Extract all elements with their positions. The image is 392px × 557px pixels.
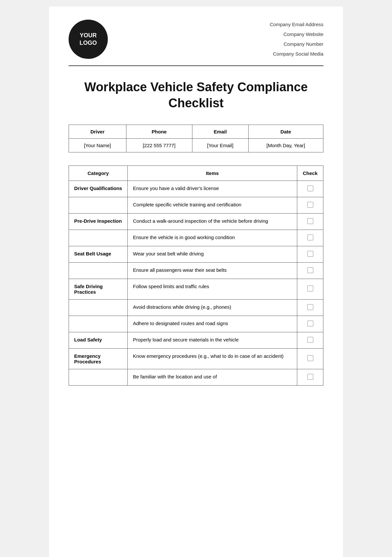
checklist-row: Pre-Drive InspectionConduct a walk-aroun… — [69, 213, 323, 230]
checklist-row: Complete specific vehicle training and c… — [69, 197, 323, 213]
checklist-col-header: Items — [128, 165, 297, 181]
category-cell: Driver Qualifications — [69, 181, 128, 197]
category-cell — [69, 230, 128, 246]
company-info-line: Company Website — [270, 29, 323, 39]
checklist-header-row: CategoryItemsCheck — [69, 165, 323, 181]
checklist-row: Be familiar with the location and use of — [69, 369, 323, 385]
logo-line1: YOUR — [80, 32, 97, 39]
checklist-item: Ensure all passengers wear their seat be… — [128, 262, 297, 279]
checklist-row: Load SafetyProperly load and secure mate… — [69, 332, 323, 348]
company-info-line: Company Social Media — [270, 49, 323, 59]
checklist-item: Be familiar with the location and use of — [128, 369, 297, 385]
logo-line2: LOGO — [80, 39, 97, 47]
info-table-header: Email — [192, 125, 248, 138]
info-table-header: Driver — [69, 125, 126, 138]
checkbox-icon[interactable] — [307, 286, 313, 291]
document-title: Workplace Vehicle Safety Compliance Chec… — [69, 79, 323, 112]
check-cell — [297, 213, 323, 230]
checklist-row: Avoid distractions while driving (e.g., … — [69, 299, 323, 316]
category-cell: Safe Driving Practices — [69, 279, 128, 299]
checkbox-icon[interactable] — [307, 304, 313, 310]
checklist-row: Driver QualificationsEnsure you have a v… — [69, 181, 323, 197]
checklist-col-header: Category — [69, 165, 128, 181]
category-cell — [69, 369, 128, 385]
page: YOUR LOGO Company Email AddressCompany W… — [49, 7, 343, 557]
checklist-item: Avoid distractions while driving (e.g., … — [128, 299, 297, 316]
category-cell — [69, 299, 128, 316]
info-table-row: [Your Name][222 555 7777][Your Email][Mo… — [69, 138, 323, 152]
check-cell — [297, 230, 323, 246]
header: YOUR LOGO Company Email AddressCompany W… — [69, 20, 323, 59]
check-cell — [297, 246, 323, 262]
checklist-row: Seat Belt UsageWear your seat belt while… — [69, 246, 323, 262]
checkbox-icon[interactable] — [307, 355, 313, 361]
check-cell — [297, 369, 323, 385]
category-cell — [69, 197, 128, 213]
checkbox-icon[interactable] — [307, 267, 313, 273]
checklist-table: CategoryItemsCheck Driver Qualifications… — [69, 165, 323, 386]
info-table-cell: [Month Day, Year] — [248, 138, 323, 152]
checklist-row: Ensure the vehicle is in good working co… — [69, 230, 323, 246]
header-divider — [69, 65, 323, 66]
checklist-item: Wear your seat belt while driving — [128, 246, 297, 262]
info-table-header: Phone — [126, 125, 192, 138]
checklist-row: Emergency ProceduresKnow emergency proce… — [69, 348, 323, 369]
company-info-line: Company Email Address — [270, 20, 323, 29]
category-cell: Load Safety — [69, 332, 128, 348]
check-cell — [297, 181, 323, 197]
check-cell — [297, 332, 323, 348]
check-cell — [297, 316, 323, 332]
checklist-body: Driver QualificationsEnsure you have a v… — [69, 181, 323, 385]
checklist-item: Conduct a walk-around inspection of the … — [128, 213, 297, 230]
checkbox-icon[interactable] — [307, 337, 313, 343]
check-cell — [297, 197, 323, 213]
checklist-col-header: Check — [297, 165, 323, 181]
checklist-row: Ensure all passengers wear their seat be… — [69, 262, 323, 279]
company-info-block: Company Email AddressCompany WebsiteComp… — [270, 20, 323, 59]
info-table-cell: [222 555 7777] — [126, 138, 192, 152]
checkbox-icon[interactable] — [307, 202, 313, 208]
info-table: DriverPhoneEmailDate [Your Name][222 555… — [69, 125, 323, 152]
check-cell — [297, 262, 323, 279]
checkbox-icon[interactable] — [307, 218, 313, 224]
info-table-cell: [Your Email] — [192, 138, 248, 152]
checklist-item: Ensure the vehicle is in good working co… — [128, 230, 297, 246]
checkbox-icon[interactable] — [307, 251, 313, 257]
checklist-item: Follow speed limits and traffic rules — [128, 279, 297, 299]
checkbox-icon[interactable] — [307, 185, 313, 191]
checklist-item: Ensure you have a valid driver's license — [128, 181, 297, 197]
checklist-item: Know emergency procedures (e.g., what to… — [128, 348, 297, 369]
category-cell: Emergency Procedures — [69, 348, 128, 369]
checklist-row: Adhere to designated routes and road sig… — [69, 316, 323, 332]
checkbox-icon[interactable] — [307, 374, 313, 380]
checkbox-icon[interactable] — [307, 321, 313, 326]
info-table-header-row: DriverPhoneEmailDate — [69, 125, 323, 138]
checklist-item: Adhere to designated routes and road sig… — [128, 316, 297, 332]
check-cell — [297, 279, 323, 299]
info-table-head: DriverPhoneEmailDate — [69, 125, 323, 138]
checklist-row: Safe Driving PracticesFollow speed limit… — [69, 279, 323, 299]
company-logo: YOUR LOGO — [69, 20, 108, 59]
info-table-header: Date — [248, 125, 323, 138]
category-cell: Seat Belt Usage — [69, 246, 128, 262]
category-cell — [69, 316, 128, 332]
category-cell: Pre-Drive Inspection — [69, 213, 128, 230]
company-info-line: Company Number — [270, 39, 323, 49]
check-cell — [297, 299, 323, 316]
category-cell — [69, 262, 128, 279]
checklist-header: CategoryItemsCheck — [69, 165, 323, 181]
info-table-cell: [Your Name] — [69, 138, 126, 152]
info-table-body: [Your Name][222 555 7777][Your Email][Mo… — [69, 138, 323, 152]
check-cell — [297, 348, 323, 369]
checklist-item: Properly load and secure materials in th… — [128, 332, 297, 348]
checkbox-icon[interactable] — [307, 235, 313, 240]
checklist-item: Complete specific vehicle training and c… — [128, 197, 297, 213]
